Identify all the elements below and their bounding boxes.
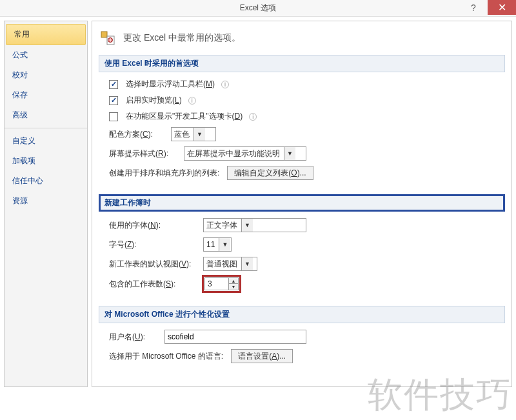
- font-label: 使用的字体(N):: [109, 220, 199, 231]
- username-row: 用户名(U):: [109, 330, 501, 344]
- sortlist-row: 创建用于排序和填充序列的列表: 编辑自定义列表(O)...: [109, 166, 501, 180]
- main-area: 常用 公式 校对 保存 高级 自定义 加载项 信任中心 资源 更改 Excel …: [0, 17, 516, 391]
- sheets-row: 包含的工作表数(S): 3 ▲ ▼: [109, 276, 501, 292]
- tipstyle-combo[interactable]: 在屏幕提示中显示功能说明 ▼: [184, 146, 306, 161]
- sidebar-separator: [5, 128, 87, 128]
- sidebar-item-general[interactable]: 常用: [6, 24, 86, 45]
- pref-devtab-row: 在功能区显示"开发工具"选项卡(D) i: [109, 111, 501, 122]
- section-personalize-body: 用户名(U): 选择用于 Microsoft Office 的语言: 语言设置(…: [99, 323, 505, 371]
- view-combo[interactable]: 普通视图 ▼: [203, 257, 257, 271]
- chevron-down-icon: ▼: [219, 238, 230, 251]
- window-buttons: ? ✕: [459, 0, 516, 15]
- tipstyle-label: 屏幕提示样式(R):: [109, 148, 180, 159]
- size-row: 字号(Z): 11 ▼: [109, 237, 501, 252]
- content-header-text: 更改 Excel 中最常用的选项。: [123, 32, 241, 44]
- tipstyle-value: 在屏幕提示中显示功能说明: [184, 147, 284, 161]
- close-button[interactable]: ✕: [488, 0, 516, 15]
- size-combo[interactable]: 11 ▼: [203, 237, 232, 252]
- checkbox-devtab[interactable]: [109, 112, 118, 121]
- chevron-down-icon: ▼: [241, 257, 253, 270]
- checkbox-livepreview[interactable]: [109, 96, 118, 105]
- sidebar-item-customize[interactable]: 自定义: [5, 131, 87, 151]
- lang-row: 选择用于 Microsoft Office 的语言: 语言设置(A)...: [109, 349, 501, 363]
- username-input[interactable]: [164, 330, 306, 344]
- color-scheme-combo[interactable]: 蓝色 ▼: [171, 127, 216, 141]
- sheets-label: 包含的工作表数(S):: [109, 279, 199, 290]
- section-preferences-body: 选择时显示浮动工具栏(M) i 启用实时预览(L) i 在功能区显示"开发工具"…: [99, 72, 505, 188]
- sidebar-item-addins[interactable]: 加载项: [5, 151, 87, 171]
- sidebar-item-proofing[interactable]: 校对: [5, 65, 87, 85]
- tipstyle-row: 屏幕提示样式(R): 在屏幕提示中显示功能说明 ▼: [109, 146, 501, 161]
- section-preferences: 使用 Excel 时采用的首选项 选择时显示浮动工具栏(M) i 启用实时预览(…: [99, 55, 505, 188]
- size-label: 字号(Z):: [109, 239, 199, 250]
- content-header: 更改 Excel 中最常用的选项。: [99, 26, 505, 55]
- view-row: 新工作表的默认视图(V): 普通视图 ▼: [109, 257, 501, 271]
- checkbox-devtab-label: 在功能区显示"开发工具"选项卡(D): [126, 111, 243, 122]
- checkbox-minibar-label: 选择时显示浮动工具栏(M): [126, 79, 215, 90]
- section-new-workbook: 新建工作簿时 使用的字体(N): 正文字体 ▼ 字号(Z): 11 ▼: [99, 194, 505, 299]
- sidebar-item-save[interactable]: 保存: [5, 85, 87, 105]
- section-preferences-title: 使用 Excel 时采用的首选项: [99, 55, 505, 72]
- pref-livepreview-row: 启用实时预览(L) i: [109, 95, 501, 106]
- color-scheme-row: 配色方案(C): 蓝色 ▼: [109, 127, 501, 141]
- edit-custom-lists-button[interactable]: 编辑自定义列表(O)...: [227, 166, 313, 180]
- pref-minibar-row: 选择时显示浮动工具栏(M) i: [109, 79, 501, 90]
- section-new-workbook-body: 使用的字体(N): 正文字体 ▼ 字号(Z): 11 ▼ 新工作表的默认视图(V…: [99, 212, 505, 299]
- username-label: 用户名(U):: [109, 332, 161, 343]
- section-personalize: 对 Microsoft Office 进行个性化设置 用户名(U): 选择用于 …: [99, 306, 505, 371]
- font-value: 正文字体: [204, 219, 241, 232]
- title-bar: Excel 选项 ? ✕: [0, 0, 516, 17]
- spinner-up-icon[interactable]: ▲: [229, 278, 238, 284]
- info-icon[interactable]: i: [221, 81, 229, 88]
- chevron-down-icon: ▼: [284, 147, 295, 160]
- help-button[interactable]: ?: [459, 0, 488, 15]
- sortlist-label: 创建用于排序和填充序列的列表:: [109, 168, 219, 179]
- view-label: 新工作表的默认视图(V):: [109, 259, 199, 270]
- sidebar-item-trust[interactable]: 信任中心: [5, 171, 87, 191]
- sheets-spinner[interactable]: 3 ▲ ▼: [204, 277, 239, 290]
- info-icon[interactable]: i: [249, 113, 257, 121]
- color-scheme-label: 配色方案(C):: [109, 129, 167, 140]
- svg-rect-0: [101, 32, 107, 37]
- sidebar-item-resources[interactable]: 资源: [5, 191, 87, 211]
- spinner-down-icon[interactable]: ▼: [229, 284, 238, 290]
- settings-icon: [99, 29, 117, 47]
- sheets-value[interactable]: 3: [205, 278, 228, 290]
- font-combo[interactable]: 正文字体 ▼: [203, 218, 306, 232]
- section-personalize-title: 对 Microsoft Office 进行个性化设置: [99, 306, 505, 323]
- language-settings-button[interactable]: 语言设置(A)...: [231, 349, 293, 363]
- view-value: 普通视图: [204, 257, 241, 271]
- font-row: 使用的字体(N): 正文字体 ▼: [109, 218, 501, 232]
- section-new-workbook-title: 新建工作簿时: [99, 194, 505, 212]
- sheets-highlight: 3 ▲ ▼: [203, 276, 240, 292]
- info-icon[interactable]: i: [188, 97, 196, 105]
- color-scheme-value: 蓝色: [172, 128, 194, 141]
- chevron-down-icon: ▼: [194, 128, 205, 141]
- sidebar-item-formulas[interactable]: 公式: [5, 45, 87, 65]
- sidebar: 常用 公式 校对 保存 高级 自定义 加载项 信任中心 资源: [4, 21, 88, 387]
- checkbox-minibar[interactable]: [109, 80, 118, 89]
- spinner-controls: ▲ ▼: [228, 278, 238, 290]
- chevron-down-icon: ▼: [241, 219, 253, 232]
- lang-label: 选择用于 Microsoft Office 的语言:: [109, 351, 223, 362]
- checkbox-livepreview-label: 启用实时预览(L): [126, 95, 182, 106]
- window-title: Excel 选项: [0, 3, 516, 14]
- sidebar-item-advanced[interactable]: 高级: [5, 105, 87, 125]
- size-value: 11: [204, 239, 219, 250]
- content-panel: 更改 Excel 中最常用的选项。 使用 Excel 时采用的首选项 选择时显示…: [92, 21, 512, 387]
